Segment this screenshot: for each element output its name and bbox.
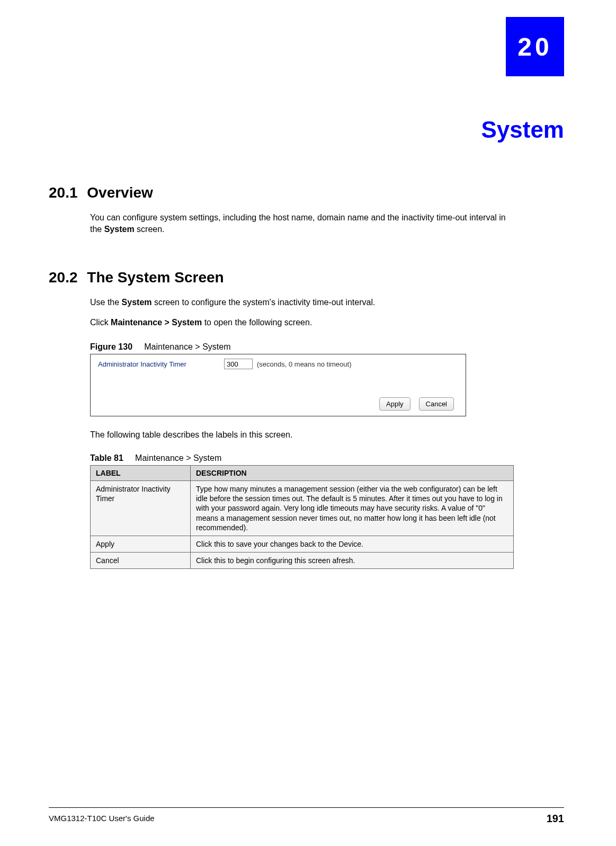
- inactivity-timer-hint: (seconds, 0 means no timeout): [257, 360, 351, 368]
- chapter-title: System: [481, 117, 564, 143]
- table-row: Administrator Inactivity Timer Type how …: [91, 481, 514, 536]
- chapter-number-box: 20: [506, 17, 564, 76]
- system-screen-para2: Click Maintenance > System to open the f…: [90, 317, 514, 328]
- text-fragment: to open the following screen.: [202, 318, 312, 327]
- text-fragment: screen.: [135, 225, 165, 234]
- text-fragment: Click: [90, 318, 111, 327]
- section-title: Overview: [87, 184, 153, 201]
- table-header-row: LABEL DESCRIPTION: [91, 466, 514, 481]
- overview-body: You can configure system settings, inclu…: [90, 212, 514, 235]
- figure-screenshot: Administrator Inactivity Timer (seconds,…: [90, 354, 466, 416]
- footer-page-number: 191: [547, 813, 564, 825]
- chapter-number: 20: [517, 32, 552, 61]
- system-screen-para1: Use the System screen to configure the s…: [90, 297, 514, 308]
- table-header-label: LABEL: [91, 466, 191, 481]
- figure-caption: Figure 130 Maintenance > System: [90, 342, 230, 352]
- table-caption-label: Table 81: [90, 453, 123, 462]
- footer-divider: [49, 807, 564, 808]
- table-cell-label: Apply: [91, 536, 191, 552]
- table-row: Cancel Click this to begin configuring t…: [91, 553, 514, 569]
- description-table: LABEL DESCRIPTION Administrator Inactivi…: [90, 465, 514, 569]
- table-caption-text: Maintenance > System: [135, 453, 221, 462]
- inactivity-timer-label: Administrator Inactivity Timer: [98, 360, 224, 368]
- section-number: 20.1: [49, 184, 78, 201]
- text-fragment: screen to configure the system's inactiv…: [152, 298, 376, 307]
- table-cell-description: Click this to save your changes back to …: [191, 536, 514, 552]
- table-intro-text: The following table describes the labels…: [90, 429, 514, 441]
- section-number: 20.2: [49, 269, 78, 286]
- table-row: Apply Click this to save your changes ba…: [91, 536, 514, 552]
- footer-guide-title: VMG1312-T10C User's Guide: [49, 814, 155, 823]
- table-cell-label: Cancel: [91, 553, 191, 569]
- text-bold: Maintenance > System: [111, 318, 202, 327]
- table-caption: Table 81 Maintenance > System: [90, 453, 221, 463]
- table-cell-description: Click this to begin configuring this scr…: [191, 553, 514, 569]
- section-system-screen-heading: 20.2 The System Screen: [49, 269, 224, 286]
- section-overview-heading: 20.1 Overview: [49, 184, 153, 201]
- cancel-button[interactable]: Cancel: [419, 397, 454, 411]
- figure-row: Administrator Inactivity Timer (seconds,…: [91, 354, 466, 369]
- table-cell-label: Administrator Inactivity Timer: [91, 481, 191, 536]
- text-bold: System: [122, 298, 152, 307]
- figure-caption-text: Maintenance > System: [144, 342, 230, 351]
- text-bold: System: [104, 225, 135, 234]
- inactivity-timer-input[interactable]: [224, 359, 253, 369]
- figure-caption-label: Figure 130: [90, 342, 132, 351]
- table-header-description: DESCRIPTION: [191, 466, 514, 481]
- figure-button-row: Apply Cancel: [379, 397, 454, 411]
- apply-button[interactable]: Apply: [379, 397, 410, 411]
- table-cell-description: Type how many minutes a management sessi…: [191, 481, 514, 536]
- page: 20 System 20.1 Overview You can configur…: [0, 0, 616, 846]
- section-title: The System Screen: [87, 269, 224, 286]
- text-fragment: Use the: [90, 298, 122, 307]
